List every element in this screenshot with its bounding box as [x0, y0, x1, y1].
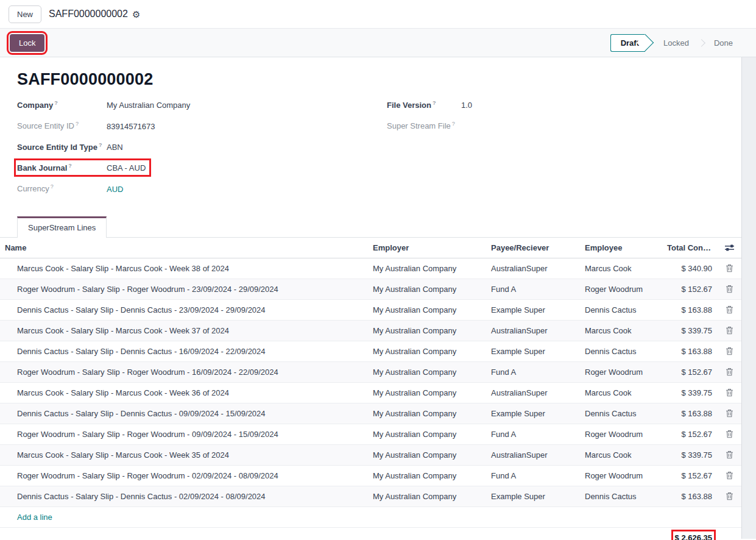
tab-superstream-lines[interactable]: SuperStream Lines: [17, 216, 107, 238]
line-employee[interactable]: Roger Woodrum: [580, 279, 662, 299]
table-row[interactable]: Dennis Cactus - Salary Slip - Dennis Cac…: [0, 486, 741, 507]
source-entity-id-value[interactable]: 83914571673: [107, 122, 155, 131]
line-payee[interactable]: Fund A: [486, 424, 580, 444]
line-payee[interactable]: Fund A: [486, 362, 580, 382]
table-row[interactable]: Dennis Cactus - Salary Slip - Dennis Cac…: [0, 341, 741, 362]
line-name[interactable]: Roger Woodrum - Salary Slip - Roger Wood…: [0, 466, 368, 486]
line-employer[interactable]: My Australian Company: [368, 279, 486, 299]
line-employer[interactable]: My Australian Company: [368, 445, 486, 465]
table-row[interactable]: Dennis Cactus - Salary Slip - Dennis Cac…: [0, 403, 741, 424]
line-employer[interactable]: My Australian Company: [368, 486, 486, 506]
delete-row-button[interactable]: [717, 258, 741, 278]
line-amount[interactable]: $ 163.88: [662, 341, 717, 361]
line-employee[interactable]: Roger Woodrum: [580, 362, 662, 382]
line-payee[interactable]: AustralianSuper: [486, 321, 580, 341]
delete-row-button[interactable]: [717, 424, 741, 444]
line-employer[interactable]: My Australian Company: [368, 424, 486, 444]
line-employer[interactable]: My Australian Company: [368, 466, 486, 486]
line-name[interactable]: Roger Woodrum - Salary Slip - Roger Wood…: [0, 424, 368, 444]
line-name[interactable]: Dennis Cactus - Salary Slip - Dennis Cac…: [0, 300, 368, 320]
help-icon[interactable]: ?: [452, 121, 455, 127]
line-payee[interactable]: AustralianSuper: [486, 383, 580, 403]
delete-row-button[interactable]: [717, 341, 741, 361]
line-amount[interactable]: $ 152.67: [662, 362, 717, 382]
table-row[interactable]: Marcus Cook - Salary Slip - Marcus Cook …: [0, 321, 741, 341]
line-payee[interactable]: Example Super: [486, 403, 580, 424]
line-employer[interactable]: My Australian Company: [368, 300, 486, 320]
company-value[interactable]: My Australian Company: [107, 101, 190, 110]
line-employer[interactable]: My Australian Company: [368, 403, 486, 424]
gear-icon[interactable]: ⚙: [132, 10, 140, 19]
line-employee[interactable]: Dennis Cactus: [580, 486, 662, 506]
delete-row-button[interactable]: [717, 486, 741, 506]
line-payee[interactable]: Example Super: [486, 486, 580, 506]
line-employer[interactable]: My Australian Company: [368, 258, 486, 279]
delete-row-button[interactable]: [717, 403, 741, 423]
table-row[interactable]: Marcus Cook - Salary Slip - Marcus Cook …: [0, 258, 741, 279]
line-payee[interactable]: Fund A: [486, 466, 580, 486]
stage-draft[interactable]: Draft: [610, 34, 645, 52]
breadcrumb-record-name[interactable]: SAFF0000000002: [49, 9, 128, 20]
delete-row-button[interactable]: [717, 321, 741, 340]
line-name[interactable]: Marcus Cook - Salary Slip - Marcus Cook …: [0, 258, 368, 279]
line-name[interactable]: Marcus Cook - Salary Slip - Marcus Cook …: [0, 445, 368, 465]
line-employee[interactable]: Marcus Cook: [580, 445, 662, 465]
help-icon[interactable]: ?: [433, 100, 436, 106]
line-amount[interactable]: $ 339.75: [662, 445, 717, 465]
column-header-employee[interactable]: Employee: [580, 238, 662, 258]
table-row[interactable]: Roger Woodrum - Salary Slip - Roger Wood…: [0, 424, 741, 445]
stage-locked[interactable]: Locked: [655, 35, 698, 51]
lock-button[interactable]: Lock: [10, 34, 44, 52]
line-amount[interactable]: $ 339.75: [662, 383, 717, 403]
line-employer[interactable]: My Australian Company: [368, 321, 486, 341]
line-payee[interactable]: Example Super: [486, 300, 580, 320]
line-employer[interactable]: My Australian Company: [368, 362, 486, 382]
line-amount[interactable]: $ 339.75: [662, 321, 717, 341]
column-header-employer[interactable]: Employer: [368, 238, 486, 258]
line-name[interactable]: Dennis Cactus - Salary Slip - Dennis Cac…: [0, 341, 368, 361]
add-a-line-link[interactable]: Add a line: [0, 507, 57, 527]
source-entity-id-type-value[interactable]: ABN: [107, 143, 123, 152]
line-employee[interactable]: Dennis Cactus: [580, 403, 662, 424]
line-name[interactable]: Dennis Cactus - Salary Slip - Dennis Cac…: [0, 403, 368, 424]
line-amount[interactable]: $ 163.88: [662, 403, 717, 424]
table-row[interactable]: Roger Woodrum - Salary Slip - Roger Wood…: [0, 362, 741, 383]
line-amount[interactable]: $ 163.88: [662, 486, 717, 506]
optional-columns-icon[interactable]: [717, 238, 741, 257]
help-icon[interactable]: ?: [76, 121, 79, 127]
file-version-value[interactable]: 1.0: [461, 101, 472, 110]
column-header-payee[interactable]: Payee/Reciever: [486, 238, 580, 258]
line-employer[interactable]: My Australian Company: [368, 341, 486, 361]
line-employee[interactable]: Dennis Cactus: [580, 300, 662, 320]
help-icon[interactable]: ?: [68, 163, 72, 169]
line-amount[interactable]: $ 340.90: [662, 258, 717, 279]
line-name[interactable]: Marcus Cook - Salary Slip - Marcus Cook …: [0, 383, 368, 403]
help-icon[interactable]: ?: [51, 183, 54, 190]
new-button[interactable]: New: [9, 5, 41, 23]
table-row[interactable]: Marcus Cook - Salary Slip - Marcus Cook …: [0, 383, 741, 403]
help-icon[interactable]: ?: [99, 142, 102, 148]
column-header-name[interactable]: Name: [0, 238, 368, 258]
table-row[interactable]: Dennis Cactus - Salary Slip - Dennis Cac…: [0, 300, 741, 321]
stage-done[interactable]: Done: [705, 35, 741, 51]
line-employee[interactable]: Dennis Cactus: [580, 341, 662, 361]
help-icon[interactable]: ?: [54, 100, 58, 106]
line-name[interactable]: Roger Woodrum - Salary Slip - Roger Wood…: [0, 279, 368, 299]
line-payee[interactable]: Example Super: [486, 341, 580, 361]
line-payee[interactable]: Fund A: [486, 279, 580, 299]
delete-row-button[interactable]: [717, 383, 741, 402]
delete-row-button[interactable]: [717, 362, 741, 382]
delete-row-button[interactable]: [717, 466, 741, 485]
line-payee[interactable]: AustralianSuper: [486, 445, 580, 465]
line-name[interactable]: Dennis Cactus - Salary Slip - Dennis Cac…: [0, 486, 368, 506]
table-row[interactable]: Roger Woodrum - Salary Slip - Roger Wood…: [0, 466, 741, 486]
line-amount[interactable]: $ 152.67: [662, 466, 717, 486]
bank-journal-value[interactable]: CBA - AUD: [107, 163, 146, 172]
currency-value[interactable]: AUD: [107, 185, 123, 194]
line-amount[interactable]: $ 152.67: [662, 424, 717, 444]
column-header-total-contribution[interactable]: Total Contribu...: [662, 238, 717, 258]
line-amount[interactable]: $ 163.88: [662, 300, 717, 320]
delete-row-button[interactable]: [717, 300, 741, 319]
line-employee[interactable]: Marcus Cook: [580, 383, 662, 403]
table-row[interactable]: Roger Woodrum - Salary Slip - Roger Wood…: [0, 279, 741, 300]
